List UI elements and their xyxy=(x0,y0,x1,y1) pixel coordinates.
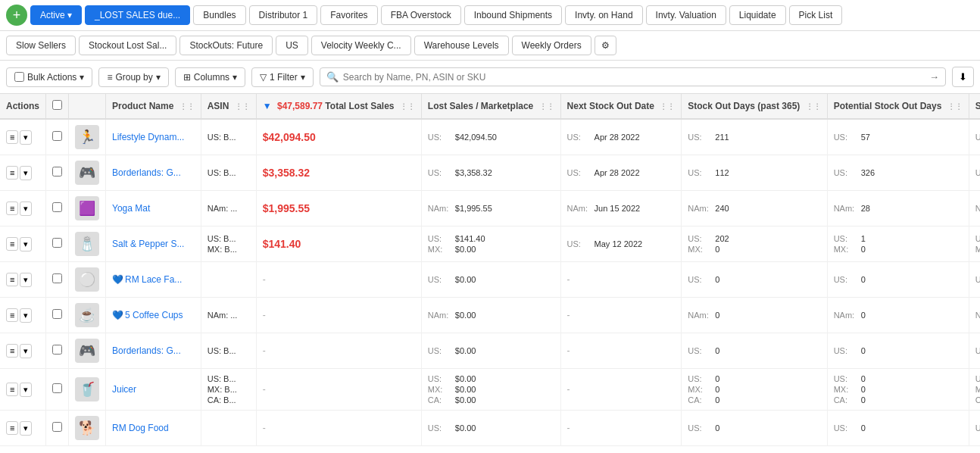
row-checkbox-cell xyxy=(46,191,69,227)
col-product-name[interactable]: Product Name ⋮⋮ xyxy=(106,94,201,119)
tab-velocity-weekly[interactable]: Velocity Weekly C... xyxy=(311,36,411,55)
bulk-actions-button[interactable]: Bulk Actions ▾ xyxy=(6,67,92,87)
tab-pick-list[interactable]: Pick List xyxy=(789,5,843,25)
row-checkbox[interactable] xyxy=(52,422,62,432)
sod-label: MX: xyxy=(688,385,712,394)
row-dropdown-button[interactable]: ▾ xyxy=(20,273,32,287)
row-checkbox[interactable] xyxy=(52,202,62,212)
sto-cell: US: xyxy=(969,119,980,155)
potential-stock-out-cell: NAm:0 xyxy=(827,298,969,333)
tab-stockouts-future[interactable]: StockOuts: Future xyxy=(179,36,273,55)
product-name-link[interactable]: Juicer xyxy=(112,384,136,395)
product-name-link[interactable]: RM Dog Food xyxy=(112,423,169,433)
row-menu-button[interactable]: ≡ xyxy=(6,166,18,180)
tab-inbound-shipments[interactable]: Inbound Shipments xyxy=(464,5,562,25)
col-next-stock-out[interactable]: Next Stock Out Date ⋮⋮ xyxy=(560,94,682,119)
select-all-checkbox[interactable] xyxy=(52,100,62,110)
tab-favorites[interactable]: Favorites xyxy=(320,5,377,25)
sod-val: 202 xyxy=(715,234,729,243)
group-by-icon: ≡ xyxy=(107,72,112,83)
product-image-cell: 🟪 xyxy=(69,191,106,227)
row-menu-button[interactable]: ≡ xyxy=(6,308,18,322)
row-dropdown-button[interactable]: ▾ xyxy=(20,237,32,251)
row-menu-button[interactable]: ≡ xyxy=(6,237,18,251)
total-lost-sales-cell: $3,358.32 xyxy=(256,155,421,191)
next-stock-out-cell: - xyxy=(560,298,682,333)
lost-sales-label: US: xyxy=(428,234,452,243)
tab-lost-sales[interactable]: _LOST SALES due... xyxy=(85,5,190,25)
next-stock-out-cell: US:May 12 2022 xyxy=(560,227,682,262)
lost-sales-val: $1,995.55 xyxy=(455,204,492,213)
bulk-select-checkbox[interactable] xyxy=(14,72,24,82)
row-dropdown-button[interactable]: ▾ xyxy=(20,166,32,180)
lost-sales-label: US: xyxy=(428,168,452,177)
col-stock-out-days[interactable]: Stock Out Days (past 365) ⋮⋮ xyxy=(682,94,827,119)
col-asin[interactable]: ASIN ⋮⋮ xyxy=(201,94,256,119)
add-tab-button[interactable]: + xyxy=(6,5,27,26)
product-name-link[interactable]: Salt & Pepper S... xyxy=(112,239,184,249)
row-checkbox[interactable] xyxy=(52,273,62,283)
tab-warehouse-levels[interactable]: Warehouse Levels xyxy=(414,36,509,55)
next-stock-label: NAm: xyxy=(567,204,591,213)
row-menu-button[interactable]: ≡ xyxy=(6,202,18,215)
tab-slow-sellers[interactable]: Slow Sellers xyxy=(6,36,76,55)
row-checkbox[interactable] xyxy=(52,345,62,355)
tab-stockout-lost[interactable]: Stockout Lost Sal... xyxy=(79,36,176,55)
tab-invty-on-hand[interactable]: Invty. on Hand xyxy=(565,5,643,25)
product-name-link[interactable]: 5 Coffee Cups xyxy=(125,310,183,320)
row-menu-button[interactable]: ≡ xyxy=(6,273,18,286)
search-arrow-button[interactable]: → xyxy=(929,71,939,83)
row-dropdown-button[interactable]: ▾ xyxy=(20,308,32,323)
row-dropdown-button[interactable]: ▾ xyxy=(20,421,32,436)
col-lost-sales-mp[interactable]: Lost Sales / Marketplace ⋮⋮ xyxy=(421,94,560,119)
download-button[interactable]: ⬇ xyxy=(952,67,974,87)
product-name-link[interactable]: Yoga Mat xyxy=(112,203,150,214)
tab-weekly-orders[interactable]: Weekly Orders xyxy=(512,36,591,55)
columns-button[interactable]: ⊞ Columns ▾ xyxy=(175,67,245,87)
lost-sales-mp-cell: NAm:$1,995.55 xyxy=(421,191,560,227)
row-checkbox[interactable] xyxy=(52,309,62,319)
product-name-link[interactable]: Borderlands: G... xyxy=(112,167,181,178)
search-input[interactable] xyxy=(343,72,925,83)
tab-fba-overstock[interactable]: FBA Overstock xyxy=(381,5,461,25)
row-dropdown-button[interactable]: ▾ xyxy=(20,344,32,358)
table-row: ≡ ▾ 🟪Yoga MatNAm: ...$1,995.55NAm:$1,995… xyxy=(0,191,980,227)
row-menu-button[interactable]: ≡ xyxy=(6,421,18,435)
product-image-cell: 🎮 xyxy=(69,333,106,369)
psd-label: US: xyxy=(834,423,858,433)
psd-label: MX: xyxy=(834,245,858,254)
product-name-link[interactable]: Borderlands: G... xyxy=(112,345,181,356)
col-potential-stock-out[interactable]: Potential Stock Out Days ⋮⋮ xyxy=(827,94,969,119)
tab-invty-valuation[interactable]: Invty. Valuation xyxy=(646,5,726,25)
tab-us[interactable]: US xyxy=(276,36,308,55)
row-menu-button[interactable]: ≡ xyxy=(6,383,18,396)
col-total-lost-sales[interactable]: ▼ $47,589.77 Total Lost Sales ⋮⋮ xyxy=(256,94,421,119)
tab-liquidate[interactable]: Liquidate xyxy=(729,5,786,25)
group-by-button[interactable]: ≡ Group by ▾ xyxy=(98,67,168,87)
row-checkbox[interactable] xyxy=(52,131,62,141)
asin-cell: US: B...MX: B...CA: B... xyxy=(201,369,256,411)
product-image-cell: ⚪ xyxy=(69,262,106,298)
tab-bundles[interactable]: Bundles xyxy=(193,5,245,25)
row-dropdown-button[interactable]: ▾ xyxy=(20,130,32,145)
row-menu-button[interactable]: ≡ xyxy=(6,130,18,144)
product-name-link[interactable]: Lifestyle Dynam... xyxy=(112,132,184,142)
row-checkbox[interactable] xyxy=(52,383,62,393)
row-dropdown-button[interactable]: ▾ xyxy=(20,202,32,216)
sod-val: 0 xyxy=(715,385,719,394)
row-dropdown-button[interactable]: ▾ xyxy=(20,383,32,397)
row-menu-button[interactable]: ≡ xyxy=(6,344,18,358)
col-sto[interactable]: Sto... xyxy=(969,94,980,119)
row-checkbox[interactable] xyxy=(52,238,62,248)
tab-active[interactable]: Active ▾ xyxy=(30,5,82,25)
product-name-link[interactable]: RM Lace Fa... xyxy=(125,274,182,285)
psd-val: 0 xyxy=(861,245,866,254)
lost-sales-mp-cell: US:$141.40MX:$0.00 xyxy=(421,227,560,262)
psd-label: NAm: xyxy=(834,204,858,213)
row-checkbox[interactable] xyxy=(52,167,62,177)
tab-distributor[interactable]: Distributor 1 xyxy=(249,5,318,25)
sto-label: US: xyxy=(975,234,980,243)
lost-sales-val: $0.00 xyxy=(455,385,476,394)
filter-button[interactable]: ▽ 1 Filter ▾ xyxy=(251,67,314,87)
settings-gear-btn[interactable]: ⚙ xyxy=(595,36,616,55)
